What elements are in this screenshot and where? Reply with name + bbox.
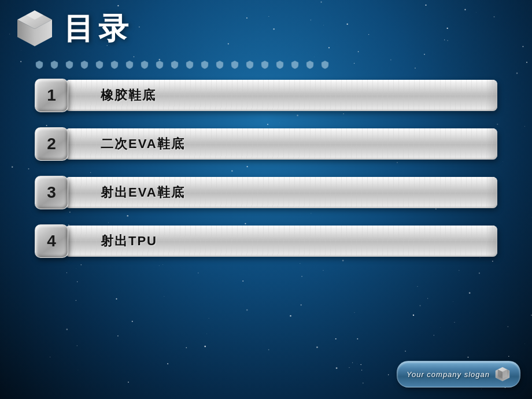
menu-number-2: 2 (35, 127, 68, 161)
menu-number-4: 4 (35, 224, 68, 258)
shield-dot-20 (320, 60, 330, 69)
shield-dot-8 (140, 60, 149, 69)
shield-dot-14 (230, 60, 239, 69)
menu-bar-3[interactable]: 射出EVA鞋底 (66, 177, 497, 208)
menu-item-1[interactable]: 1 橡胶鞋底 (35, 77, 497, 113)
shield-dot-13 (215, 60, 224, 69)
shield-dot-11 (185, 60, 194, 69)
page-title: 目录 (64, 9, 133, 49)
menu-number-3: 3 (35, 176, 68, 209)
shield-dot-12 (200, 60, 209, 69)
slogan-button[interactable]: Your company slogan (397, 361, 520, 387)
shield-dot-18 (290, 60, 300, 69)
menu-label-2: 二次EVA鞋底 (101, 135, 185, 153)
menu-number-1: 1 (35, 79, 68, 112)
dots-row (0, 58, 532, 72)
menu-label-3: 射出EVA鞋底 (101, 184, 185, 201)
shield-dot-16 (260, 60, 269, 69)
slogan-text: Your company slogan (407, 370, 490, 379)
header: 目录 (0, 0, 532, 58)
menu-item-3[interactable]: 3 射出EVA鞋底 (35, 175, 497, 210)
shield-dot-7 (125, 60, 134, 69)
menu-bar-1[interactable]: 橡胶鞋底 (66, 80, 497, 111)
bar-end-2 (486, 128, 497, 160)
shield-dot-3 (65, 60, 74, 69)
menu-item-4[interactable]: 4 射出TPU (35, 223, 497, 259)
menu-item-2[interactable]: 2 二次EVA鞋底 (35, 126, 497, 162)
shield-dot-9 (155, 60, 164, 69)
bar-end-4 (486, 226, 497, 257)
logo-icon (12, 6, 58, 52)
bar-end-3 (486, 177, 497, 208)
slogan-icon (494, 366, 511, 382)
menu-label-4: 射出TPU (101, 232, 157, 250)
menu-container: 1 橡胶鞋底 2 二次EVA鞋底 3 射出EVA鞋底 4 射出TPU (0, 72, 532, 265)
shield-dot-19 (305, 60, 315, 69)
menu-bar-2[interactable]: 二次EVA鞋底 (66, 128, 497, 160)
bar-end-1 (486, 80, 497, 111)
menu-label-1: 橡胶鞋底 (101, 87, 156, 104)
menu-bar-4[interactable]: 射出TPU (66, 226, 497, 257)
shield-dot-17 (275, 60, 285, 69)
shield-dot-5 (95, 60, 104, 69)
shield-dot-15 (245, 60, 254, 69)
shield-dot-6 (110, 60, 119, 69)
shield-dot-1 (35, 60, 44, 69)
shield-dot-2 (50, 60, 59, 69)
shield-dot-4 (80, 60, 89, 69)
shield-dot-10 (170, 60, 179, 69)
